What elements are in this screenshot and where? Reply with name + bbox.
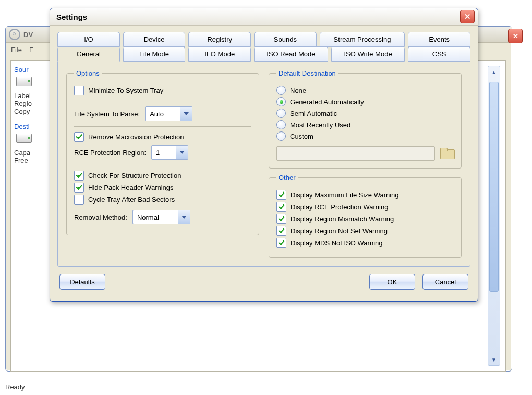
- warn-rce-checkbox[interactable]: [276, 202, 286, 212]
- tab-row-2: General File Mode IFO Mode ISO Read Mode…: [57, 46, 470, 62]
- rce-region-label: RCE Protection Region:: [74, 149, 146, 157]
- structure-prot-label: Check For Structure Protection: [88, 172, 181, 179]
- dest-auto-option[interactable]: Generated Automatically: [276, 97, 454, 106]
- defaults-button[interactable]: Defaults: [59, 274, 105, 290]
- cancel-button[interactable]: Cancel: [422, 274, 468, 290]
- other-legend: Other: [276, 174, 298, 182]
- dest-path-field[interactable]: [276, 146, 435, 161]
- dest-mru-option[interactable]: Most Recently Used: [276, 120, 454, 129]
- warn-region-notset-checkbox[interactable]: [276, 226, 286, 236]
- chevron-down-icon[interactable]: [178, 210, 190, 224]
- dest-custom-radio[interactable]: [276, 131, 286, 141]
- options-group: Options Minimize To System Tray File Sys…: [66, 69, 259, 235]
- main-title-text: DV: [23, 31, 33, 39]
- warn-mds-iso-label: Display MDS Not ISO Warning: [291, 239, 383, 247]
- dest-auto-radio[interactable]: [276, 97, 286, 106]
- warn-region-notset-option[interactable]: Display Region Not Set Warning: [276, 226, 454, 236]
- divider: [74, 165, 251, 165]
- tab-strip: I/O Device Registry Sounds Stream Proces…: [57, 32, 470, 62]
- default-destination-group: Default Destination None Generated Autom…: [269, 69, 462, 169]
- fs-parse-value: Auto: [146, 110, 180, 118]
- dest-custom-label: Custom: [290, 133, 313, 140]
- tab-registry[interactable]: Registry: [188, 32, 251, 47]
- warn-filesize-checkbox[interactable]: [276, 190, 286, 200]
- warn-region-mismatch-option[interactable]: Display Region Mismatch Warning: [276, 214, 454, 224]
- rce-region-value: 1: [152, 149, 176, 157]
- dialog-close-button[interactable]: ✕: [460, 10, 475, 23]
- dest-mru-radio[interactable]: [276, 120, 286, 129]
- macrovision-label: Remove Macrovision Protection: [88, 133, 184, 141]
- warn-filesize-label: Display Maximum File Size Warning: [291, 191, 399, 199]
- default-destination-legend: Default Destination: [276, 69, 338, 77]
- menu-e[interactable]: E: [29, 46, 34, 54]
- dest-auto-label: Generated Automatically: [290, 98, 364, 106]
- tab-file-mode[interactable]: File Mode: [123, 46, 186, 62]
- status-bar: Ready: [5, 383, 25, 391]
- warn-region-notset-label: Display Region Not Set Warning: [291, 227, 388, 235]
- hide-pack-label: Hide Pack Header Warnings: [88, 184, 174, 191]
- structure-prot-option[interactable]: Check For Structure Protection: [74, 171, 251, 181]
- main-scrollbar[interactable]: ▲ ▼: [488, 66, 500, 366]
- warn-rce-label: Display RCE Protection Warning: [291, 203, 388, 211]
- dest-semi-option[interactable]: Semi Automatic: [276, 109, 454, 118]
- tab-iso-write-mode[interactable]: ISO Write Mode: [331, 46, 405, 62]
- structure-prot-checkbox[interactable]: [74, 171, 84, 181]
- menu-file[interactable]: File: [11, 46, 22, 54]
- hide-pack-checkbox[interactable]: [74, 183, 84, 193]
- settings-dialog: Settings ✕ I/O Device Registry Sounds St…: [50, 8, 478, 302]
- fs-parse-label: File System To Parse:: [74, 110, 140, 118]
- warn-region-mismatch-label: Display Region Mismatch Warning: [291, 215, 394, 223]
- chevron-down-icon[interactable]: [176, 146, 188, 159]
- warn-mds-iso-option[interactable]: Display MDS Not ISO Warning: [276, 238, 454, 248]
- tab-general[interactable]: General: [57, 46, 120, 62]
- scroll-down-icon[interactable]: ▼: [488, 354, 500, 365]
- tab-device[interactable]: Device: [123, 32, 186, 47]
- cd-icon: [9, 29, 20, 40]
- tab-iso-read-mode[interactable]: ISO Read Mode: [254, 46, 328, 62]
- warn-rce-option[interactable]: Display RCE Protection Warning: [276, 202, 454, 212]
- dest-none-radio[interactable]: [276, 86, 286, 95]
- warn-region-mismatch-checkbox[interactable]: [276, 214, 286, 224]
- dest-mru-label: Most Recently Used: [290, 121, 350, 129]
- warn-mds-iso-checkbox[interactable]: [276, 238, 286, 248]
- cycle-tray-option[interactable]: Cycle Tray After Bad Sectors: [74, 195, 251, 205]
- removal-method-value: Normal: [133, 213, 178, 221]
- cycle-tray-checkbox[interactable]: [74, 195, 84, 205]
- tab-row-1: I/O Device Registry Sounds Stream Proces…: [57, 32, 470, 47]
- macrovision-checkbox[interactable]: [74, 132, 84, 142]
- drive-icon: [16, 77, 32, 86]
- dialog-body: I/O Device Registry Sounds Stream Proces…: [50, 26, 478, 301]
- tab-css[interactable]: CSS: [408, 46, 470, 62]
- chevron-down-icon[interactable]: [180, 107, 192, 121]
- browse-folder-icon[interactable]: [440, 148, 454, 159]
- dest-custom-option[interactable]: Custom: [276, 131, 454, 141]
- drive-icon-2: [16, 134, 32, 143]
- macrovision-option[interactable]: Remove Macrovision Protection: [74, 132, 251, 142]
- fs-parse-select[interactable]: Auto: [145, 106, 192, 121]
- dest-none-option[interactable]: None: [276, 86, 454, 95]
- tab-sounds[interactable]: Sounds: [254, 32, 317, 47]
- divider: [74, 126, 251, 127]
- options-legend: Options: [74, 69, 102, 77]
- ok-button[interactable]: OK: [369, 274, 415, 290]
- cycle-tray-label: Cycle Tray After Bad Sectors: [88, 196, 175, 204]
- tab-ifo-mode[interactable]: IFO Mode: [188, 46, 251, 62]
- main-close-button[interactable]: ✕: [508, 29, 523, 43]
- tab-stream-processing[interactable]: Stream Processing: [320, 32, 405, 47]
- scroll-up-icon[interactable]: ▲: [488, 66, 500, 78]
- tab-panel-general: Options Minimize To System Tray File Sys…: [57, 61, 470, 267]
- dest-semi-radio[interactable]: [276, 109, 286, 118]
- divider: [74, 101, 251, 101]
- hide-pack-option[interactable]: Hide Pack Header Warnings: [74, 183, 251, 193]
- dest-none-label: None: [290, 87, 306, 94]
- removal-method-label: Removal Method:: [74, 213, 127, 221]
- dialog-title-bar: Settings ✕: [50, 8, 478, 26]
- warn-filesize-option[interactable]: Display Maximum File Size Warning: [276, 190, 454, 200]
- tab-io[interactable]: I/O: [57, 32, 120, 47]
- minimize-checkbox[interactable]: [74, 86, 84, 95]
- scroll-thumb[interactable]: [489, 82, 499, 292]
- minimize-to-tray-option[interactable]: Minimize To System Tray: [74, 86, 251, 95]
- rce-region-select[interactable]: 1: [151, 145, 188, 160]
- removal-method-select[interactable]: Normal: [132, 210, 190, 224]
- tab-events[interactable]: Events: [408, 32, 470, 47]
